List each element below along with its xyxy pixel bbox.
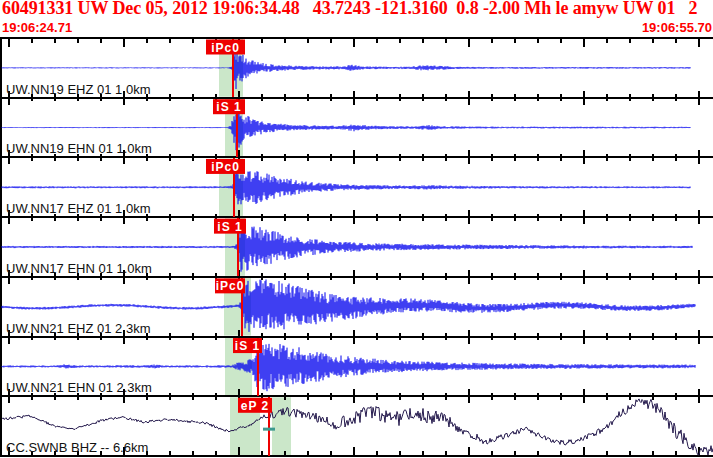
trace-panel-4[interactable] bbox=[0, 217, 713, 277]
trace-panel-6[interactable] bbox=[0, 337, 713, 397]
window-end-time: 19:06:55.70 bbox=[642, 20, 712, 35]
time-window-row: 19:06:24.71 19:06:55.70 bbox=[0, 20, 713, 36]
trace-panel-3[interactable] bbox=[0, 157, 713, 217]
trace-panel-2[interactable] bbox=[0, 98, 713, 158]
trace-panel-1[interactable] bbox=[0, 38, 713, 98]
window-start-time: 19:06:24.71 bbox=[2, 20, 72, 35]
event-summary-header: 60491331 UW Dec 05, 2012 19:06:34.48 43.… bbox=[2, 0, 698, 19]
trace-panel-5[interactable] bbox=[0, 277, 713, 337]
seismogram-viewer: 60491331 UW Dec 05, 2012 19:06:34.48 43.… bbox=[0, 0, 713, 458]
trace-plot-area[interactable]: iPc0UW.NN19 EHZ 01 1.0kmiS 1UW.NN19 EHN … bbox=[0, 0, 713, 458]
trace-panel-7[interactable] bbox=[0, 396, 713, 456]
